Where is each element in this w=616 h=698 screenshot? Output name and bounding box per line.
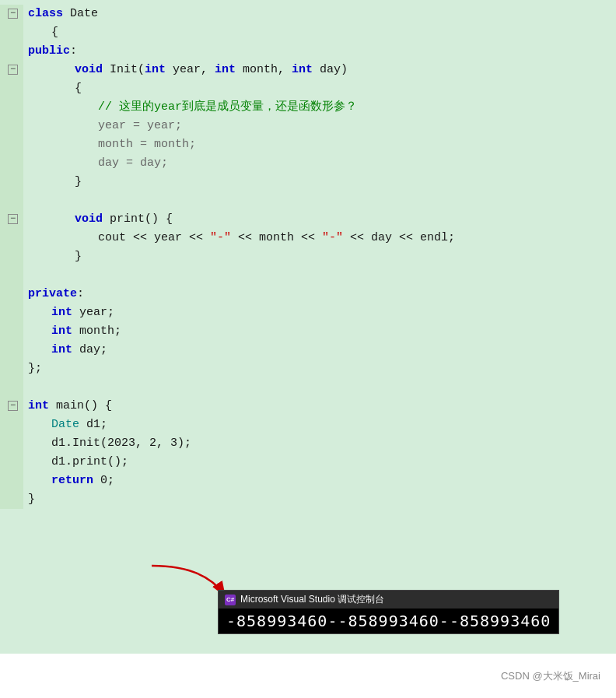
line-content: month = month; (23, 135, 616, 154)
line-content: Date d1; (23, 416, 616, 434)
code-line: d1.print(); (0, 453, 616, 472)
code-line: } (0, 173, 616, 191)
line-content: } (23, 247, 616, 266)
fold-button[interactable]: − (8, 9, 18, 19)
line-content: { (23, 79, 616, 98)
code-line: }; (0, 360, 616, 378)
code-line (0, 191, 616, 210)
line-content: return 0; (23, 472, 616, 490)
code-line: −int main() { (0, 397, 616, 416)
code-line: Date d1; (0, 416, 616, 434)
line-content: private: (23, 285, 616, 303)
fold-button[interactable]: − (8, 214, 18, 224)
code-line: } (0, 490, 616, 509)
line-content: void Init(int year, int month, int day) (23, 61, 616, 79)
code-line: int year; (0, 303, 616, 322)
code-line: private: (0, 285, 616, 303)
watermark-text: CSDN @大米饭_Mirai (501, 669, 600, 683)
code-line: d1.Init(2023, 2, 3); (0, 434, 616, 453)
console-title: Microsoft Visual Studio 调试控制台 (240, 593, 384, 606)
code-line: public: (0, 42, 616, 61)
code-line: int month; (0, 322, 616, 341)
code-line: year = year; (0, 117, 616, 135)
line-content: // 这里的year到底是成员变量，还是函数形参？ (23, 98, 616, 117)
line-content: int year; (23, 303, 616, 322)
code-line: −class Date (0, 5, 616, 23)
line-content: } (23, 173, 616, 191)
fold-button[interactable]: − (8, 401, 18, 411)
code-line (0, 378, 616, 397)
code-line: // 这里的year到底是成员变量，还是函数形参？ (0, 98, 616, 117)
vs-icon: C# (225, 595, 236, 605)
line-content: void print() { (23, 210, 616, 229)
code-line: int day; (0, 341, 616, 360)
code-line (0, 266, 616, 285)
line-content: d1.print(); (23, 453, 616, 472)
line-content: }; (23, 360, 616, 378)
code-line: day = day; (0, 154, 616, 173)
code-line: −void print() { (0, 210, 616, 229)
line-content: int day; (23, 341, 616, 360)
code-line: { (0, 79, 616, 98)
line-content: int main() { (23, 397, 616, 416)
code-line: −void Init(int year, int month, int day) (0, 61, 616, 79)
console-popup: C# Microsoft Visual Studio 调试控制台 -858993… (218, 590, 559, 634)
console-output: -858993460--858993460--858993460 (219, 609, 558, 633)
console-title-bar: C# Microsoft Visual Studio 调试控制台 (219, 591, 558, 609)
code-line: month = month; (0, 135, 616, 154)
fold-button[interactable]: − (8, 65, 18, 75)
line-content: d1.Init(2023, 2, 3); (23, 434, 616, 453)
line-content: { (23, 23, 616, 42)
code-line: return 0; (0, 472, 616, 490)
line-content: int month; (23, 322, 616, 341)
line-content: class Date (23, 5, 616, 23)
code-line: } (0, 247, 616, 266)
line-content: } (23, 490, 616, 509)
line-content: public: (23, 42, 616, 61)
code-editor: −class Date{public:−void Init(int year, … (0, 0, 616, 654)
code-line: { (0, 23, 616, 42)
line-content: year = year; (23, 117, 616, 135)
line-content: day = day; (23, 154, 616, 173)
bottom-bar: CSDN @大米饭_Mirai (0, 654, 616, 698)
code-line: cout << year << "-" << month << "-" << d… (0, 229, 616, 247)
line-content: cout << year << "-" << month << "-" << d… (23, 229, 616, 247)
